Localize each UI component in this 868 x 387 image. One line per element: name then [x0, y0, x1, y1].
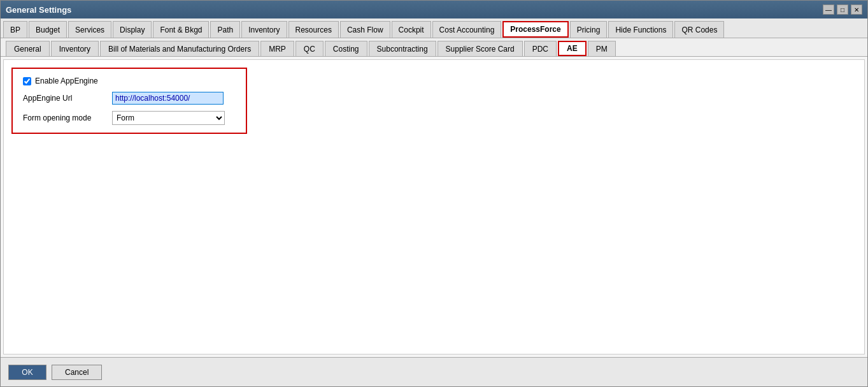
form-opening-mode-select[interactable]: Form Dialog Popup: [112, 111, 225, 125]
appengine-url-value-wrapper: [112, 92, 236, 105]
tab-pdc[interactable]: PDC: [524, 41, 557, 56]
close-button[interactable]: ✕: [851, 4, 862, 15]
tab-services[interactable]: Services: [68, 21, 111, 38]
form-opening-mode-row: Form opening mode Form Dialog Popup: [23, 111, 236, 125]
maximize-button[interactable]: □: [837, 4, 848, 15]
tab-supplier-score-card[interactable]: Supplier Score Card: [438, 41, 523, 56]
tab-budget[interactable]: Budget: [29, 21, 67, 38]
tab-resources[interactable]: Resources: [288, 21, 339, 38]
tab-general[interactable]: General: [6, 41, 50, 56]
footer: OK Cancel: [1, 357, 867, 386]
window-title: General Settings: [6, 5, 71, 15]
form-opening-mode-label: Form opening mode: [23, 113, 112, 122]
tab-font-bkgd[interactable]: Font & Bkgd: [153, 21, 209, 38]
tab-qc[interactable]: QC: [295, 41, 324, 56]
tab-mrp[interactable]: MRP: [260, 41, 294, 56]
tab-display[interactable]: Display: [113, 21, 152, 38]
cancel-button[interactable]: Cancel: [52, 365, 102, 380]
appengine-settings-panel: Enable AppEngine AppEngine Url Form open…: [11, 68, 247, 134]
tab-pricing[interactable]: Pricing: [570, 21, 608, 38]
top-tab-bar: BP Budget Services Display Font & Bkgd P…: [1, 18, 867, 38]
appengine-url-row: AppEngine Url: [23, 92, 236, 105]
tab-subcontracting[interactable]: Subcontracting: [369, 41, 436, 56]
tab-bom[interactable]: Bill of Materials and Manufacturing Orde…: [100, 41, 259, 56]
tab-pm[interactable]: PM: [588, 41, 616, 56]
form-opening-mode-value-wrapper: Form Dialog Popup: [112, 111, 236, 125]
tab-inventory-sub[interactable]: Inventory: [51, 41, 99, 56]
enable-appengine-label: Enable AppEngine: [35, 77, 98, 85]
window-controls: — □ ✕: [823, 4, 862, 15]
appengine-url-label: AppEngine Url: [23, 94, 112, 103]
tab-cockpit[interactable]: Cockpit: [392, 21, 431, 38]
tab-processforce[interactable]: ProcessForce: [502, 21, 568, 38]
tab-cash-flow[interactable]: Cash Flow: [340, 21, 390, 38]
tab-inventory[interactable]: Inventory: [241, 21, 287, 38]
tab-bp[interactable]: BP: [3, 21, 27, 38]
minimize-button[interactable]: —: [823, 4, 834, 15]
enable-appengine-checkbox[interactable]: [23, 77, 31, 85]
second-tab-bar: General Inventory Bill of Materials and …: [1, 38, 867, 57]
tab-cost-accounting[interactable]: Cost Accounting: [432, 21, 502, 38]
title-bar: General Settings — □ ✕: [1, 1, 867, 18]
tab-hide-functions[interactable]: Hide Functions: [608, 21, 673, 38]
main-window: General Settings — □ ✕ BP Budget Service…: [0, 0, 868, 387]
enable-appengine-row: Enable AppEngine: [23, 77, 236, 85]
content-area: Enable AppEngine AppEngine Url Form open…: [3, 59, 865, 354]
ok-button[interactable]: OK: [8, 365, 46, 380]
tab-path[interactable]: Path: [210, 21, 240, 38]
appengine-url-input[interactable]: [112, 92, 224, 105]
tab-costing[interactable]: Costing: [325, 41, 367, 56]
tab-ae[interactable]: AE: [558, 41, 587, 56]
tab-qr-codes[interactable]: QR Codes: [674, 21, 724, 38]
